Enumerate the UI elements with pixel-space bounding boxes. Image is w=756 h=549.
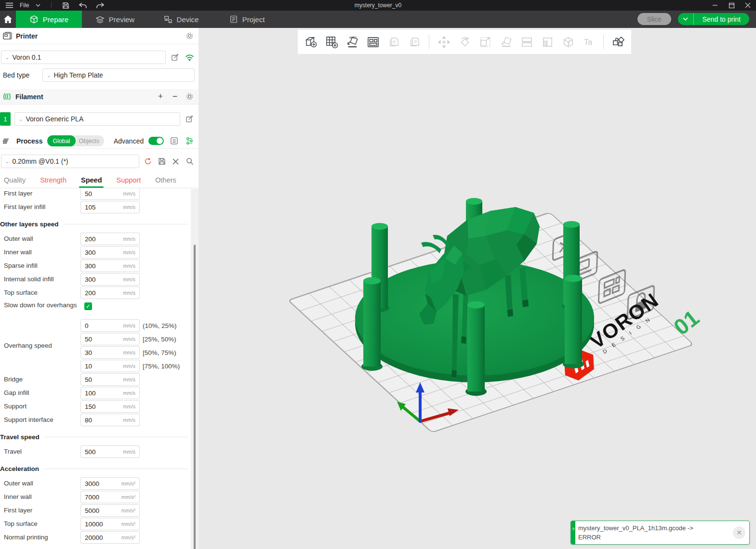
- checkbox-checked-icon[interactable]: ✓: [84, 302, 92, 310]
- settings-scrollbar[interactable]: [191, 189, 199, 549]
- close-button[interactable]: [740, 0, 756, 11]
- file-menu[interactable]: File: [20, 2, 29, 9]
- arrange-icon[interactable]: [365, 34, 381, 50]
- filament-slot-badge[interactable]: 1: [0, 112, 11, 126]
- setting-input[interactable]: 3000mm/s²: [80, 477, 140, 490]
- toast-status-stripe: ?: [571, 521, 575, 544]
- filament-settings-gear-icon[interactable]: [184, 92, 195, 102]
- setting-row: Outer wall200mm/s: [0, 232, 191, 246]
- delete-preset-icon[interactable]: [171, 156, 181, 167]
- settings-scroll-area[interactable]: First layer50mm/sFirst layer infill105mm…: [0, 189, 191, 549]
- setting-input[interactable]: 5000mm/s²: [80, 504, 140, 517]
- auto-orient-icon[interactable]: AUTO: [344, 34, 360, 50]
- setting-label: Inner wall: [0, 493, 80, 501]
- setting-input[interactable]: 0mm/s: [80, 319, 140, 332]
- setting-label: Top surface: [0, 289, 80, 297]
- advanced-toggle[interactable]: [148, 137, 164, 145]
- setting-row: 10mm/s[75%, 100%): [80, 359, 180, 373]
- send-to-print-button[interactable]: Send to print: [694, 13, 749, 25]
- add-filament-icon[interactable]: +: [155, 92, 166, 102]
- tab-prepare[interactable]: Prepare: [16, 11, 82, 28]
- setting-row: Travel500mm/s: [0, 445, 191, 458]
- printer-settings-gear-icon[interactable]: [184, 31, 195, 41]
- reset-preset-icon[interactable]: [143, 156, 153, 167]
- tab-support[interactable]: Support: [116, 176, 141, 188]
- setting-input[interactable]: 20000mm/s²: [80, 531, 140, 544]
- setting-row: First layer50mm/s: [0, 189, 191, 200]
- home-button[interactable]: [0, 11, 16, 28]
- printer-select[interactable]: ⌄ Voron 0.1: [1, 51, 166, 64]
- setting-input[interactable]: 300mm/s: [80, 246, 140, 259]
- setting-input[interactable]: 50mm/s: [80, 333, 140, 345]
- hamburger-menu-icon[interactable]: [3, 0, 16, 11]
- printer-wifi-icon[interactable]: [184, 52, 195, 63]
- search-preset-icon[interactable]: [185, 156, 195, 167]
- setting-label: First layer: [0, 507, 80, 514]
- setting-input[interactable]: 7000mm/s²: [80, 491, 140, 503]
- setting-input[interactable]: 150mm/s: [80, 400, 140, 413]
- save-preset-icon[interactable]: [157, 156, 167, 167]
- setting-label: Overhang speed: [0, 319, 80, 373]
- setting-input[interactable]: 50mm/s: [80, 189, 140, 200]
- add-plate-icon[interactable]: [323, 34, 340, 50]
- title-bar: File mystery_tower_v0: [0, 0, 756, 11]
- scrollbar-thumb[interactable]: [194, 245, 196, 549]
- setting-input[interactable]: 300mm/s: [80, 273, 140, 286]
- viewport-3d[interactable]: VORON D E S I G N 01: [199, 28, 756, 549]
- minimize-button[interactable]: [707, 0, 723, 11]
- setting-checkbox-row: Slow down for overhangs✓: [0, 300, 191, 319]
- send-options-caret[interactable]: [678, 13, 694, 25]
- process-section-header: Process Global Objects Advanced: [0, 133, 199, 149]
- mesh-boolean-icon: [560, 34, 576, 50]
- assembly-view-icon[interactable]: [610, 34, 626, 50]
- toolbar-divider: [51, 2, 52, 9]
- save-icon[interactable]: [59, 0, 72, 11]
- filament-select[interactable]: ⌄ Voron Generic PLA: [14, 112, 180, 126]
- setting-row: 50mm/s[25%, 50%): [80, 332, 180, 346]
- process-preset-select[interactable]: ⌄ 0.20mm @V0.1 (*): [1, 155, 139, 168]
- range-label: (10%, 25%): [143, 322, 177, 329]
- remove-filament-icon[interactable]: −: [170, 92, 180, 102]
- undo-icon[interactable]: [76, 0, 90, 11]
- setting-input[interactable]: 300mm/s: [80, 260, 140, 272]
- toast-close-icon[interactable]: ✕: [733, 526, 745, 539]
- tab-speed[interactable]: Speed: [81, 176, 102, 188]
- prepare-cube-icon: [29, 15, 39, 24]
- svg-text:AUTO: AUTO: [349, 36, 357, 39]
- toolbar-separator: [429, 35, 429, 49]
- filament-edit-icon[interactable]: [184, 114, 195, 124]
- sidebar-panel: Printer ⌄ Voron 0.1 Bed type ⌄ High Temp…: [0, 28, 199, 549]
- slice-button[interactable]: Slice: [637, 13, 671, 25]
- file-menu-caret-icon[interactable]: [33, 0, 43, 11]
- window-title: mystery_tower_v0: [0, 2, 756, 9]
- maximize-button[interactable]: [723, 0, 740, 11]
- setting-input[interactable]: 500mm/s: [80, 445, 140, 458]
- bed-type-select[interactable]: ⌄ High Temp Plate: [42, 68, 195, 82]
- plate-arrange-icon: [598, 269, 625, 304]
- setting-input[interactable]: 100mm/s: [80, 387, 140, 399]
- redo-icon[interactable]: [93, 0, 107, 11]
- tab-others[interactable]: Others: [155, 176, 176, 188]
- setting-input[interactable]: 200mm/s: [80, 233, 140, 245]
- setting-input[interactable]: 50mm/s: [80, 373, 140, 386]
- scope-objects[interactable]: Objects: [76, 138, 99, 144]
- setting-input[interactable]: 200mm/s: [80, 287, 140, 299]
- tab-device[interactable]: Device: [148, 11, 214, 28]
- scope-toggle[interactable]: Global Objects: [47, 135, 104, 146]
- setting-label: Travel: [0, 448, 80, 456]
- compare-presets-icon[interactable]: [184, 136, 195, 146]
- setting-input[interactable]: 105mm/s: [80, 201, 140, 213]
- setting-input[interactable]: 30mm/s: [80, 346, 140, 359]
- origin-axes: [397, 382, 459, 421]
- scope-global[interactable]: Global: [47, 135, 75, 146]
- printer-edit-icon[interactable]: [170, 52, 180, 63]
- tab-project[interactable]: Project: [214, 11, 280, 28]
- setting-input[interactable]: 80mm/s: [80, 414, 140, 426]
- parameter-table-icon[interactable]: [169, 136, 179, 146]
- setting-input[interactable]: 10mm/s: [80, 360, 140, 372]
- tab-preview[interactable]: Preview: [82, 11, 148, 28]
- add-object-icon[interactable]: [303, 34, 319, 50]
- tab-quality[interactable]: Quality: [4, 176, 26, 188]
- setting-input[interactable]: 10000mm/s²: [80, 518, 140, 530]
- tab-strength[interactable]: Strength: [40, 176, 66, 188]
